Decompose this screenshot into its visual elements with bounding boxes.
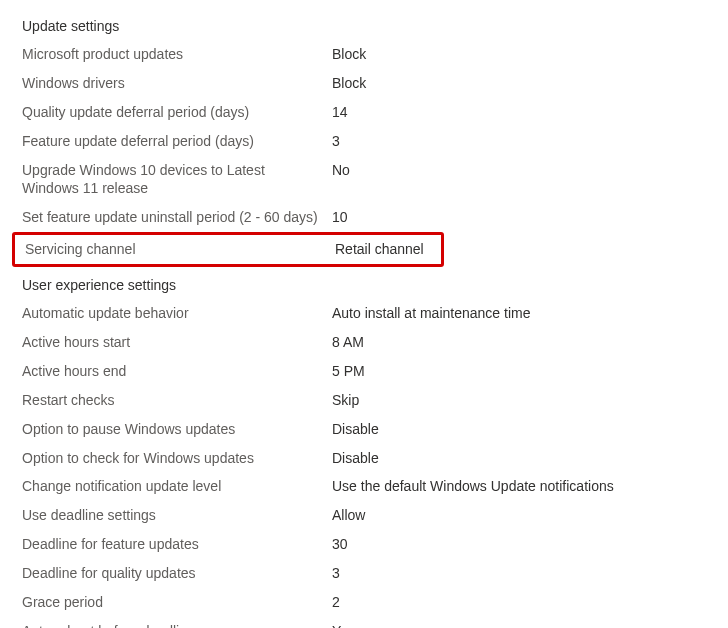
setting-row: Servicing channelRetail channel <box>12 232 444 267</box>
setting-label: Deadline for quality updates <box>22 564 332 583</box>
setting-label: Active hours end <box>22 362 332 381</box>
setting-label: Microsoft product updates <box>22 45 332 64</box>
setting-value: Skip <box>332 391 359 410</box>
setting-row: Microsoft product updatesBlock <box>22 40 728 69</box>
setting-label: Feature update deferral period (days) <box>22 132 332 151</box>
setting-value: Disable <box>332 420 379 439</box>
setting-row: Active hours start8 AM <box>22 328 728 357</box>
setting-row: Option to check for Windows updatesDisab… <box>22 444 728 473</box>
setting-value: Block <box>332 74 366 93</box>
section-header: Update settings <box>22 12 728 40</box>
setting-value: Block <box>332 45 366 64</box>
setting-row: Deadline for quality updates3 <box>22 559 728 588</box>
setting-label: Use deadline settings <box>22 506 332 525</box>
section-header: User experience settings <box>22 271 728 299</box>
setting-row: Use deadline settingsAllow <box>22 501 728 530</box>
setting-row: Option to pause Windows updatesDisable <box>22 415 728 444</box>
setting-label: Option to pause Windows updates <box>22 420 332 439</box>
setting-value: 3 <box>332 132 340 151</box>
setting-row: Automatic update behaviorAuto install at… <box>22 299 728 328</box>
setting-label: Servicing channel <box>25 240 335 259</box>
setting-value: Yes <box>332 622 355 628</box>
settings-panel: Update settingsMicrosoft product updates… <box>22 12 728 628</box>
setting-label: Auto reboot before deadline <box>22 622 332 628</box>
setting-value: 14 <box>332 103 348 122</box>
setting-label: Automatic update behavior <box>22 304 332 323</box>
setting-row: Change notification update levelUse the … <box>22 472 728 501</box>
setting-row: Quality update deferral period (days)14 <box>22 98 728 127</box>
setting-value: Auto install at maintenance time <box>332 304 530 323</box>
setting-label: Quality update deferral period (days) <box>22 103 332 122</box>
setting-row: Auto reboot before deadlineYes <box>22 617 728 628</box>
setting-label: Active hours start <box>22 333 332 352</box>
setting-value: Allow <box>332 506 365 525</box>
setting-label: Deadline for feature updates <box>22 535 332 554</box>
setting-label: Windows drivers <box>22 74 332 93</box>
setting-row: Feature update deferral period (days)3 <box>22 127 728 156</box>
setting-value: 10 <box>332 208 348 227</box>
setting-label: Change notification update level <box>22 477 332 496</box>
setting-value: 30 <box>332 535 348 554</box>
setting-value: 5 PM <box>332 362 365 381</box>
setting-value: No <box>332 161 350 180</box>
setting-row: Deadline for feature updates30 <box>22 530 728 559</box>
setting-value: Disable <box>332 449 379 468</box>
setting-value: 2 <box>332 593 340 612</box>
setting-value: Retail channel <box>335 240 424 259</box>
setting-value: Use the default Windows Update notificat… <box>332 477 614 496</box>
setting-label: Grace period <box>22 593 332 612</box>
setting-label: Set feature update uninstall period (2 -… <box>22 208 332 227</box>
setting-label: Option to check for Windows updates <box>22 449 332 468</box>
setting-label: Restart checks <box>22 391 332 410</box>
setting-row: Set feature update uninstall period (2 -… <box>22 203 728 232</box>
setting-value: 8 AM <box>332 333 364 352</box>
setting-value: 3 <box>332 564 340 583</box>
setting-row: Restart checksSkip <box>22 386 728 415</box>
setting-row: Windows driversBlock <box>22 69 728 98</box>
setting-row: Active hours end5 PM <box>22 357 728 386</box>
setting-row: Grace period2 <box>22 588 728 617</box>
setting-label: Upgrade Windows 10 devices to Latest Win… <box>22 161 332 199</box>
setting-row: Upgrade Windows 10 devices to Latest Win… <box>22 156 728 204</box>
